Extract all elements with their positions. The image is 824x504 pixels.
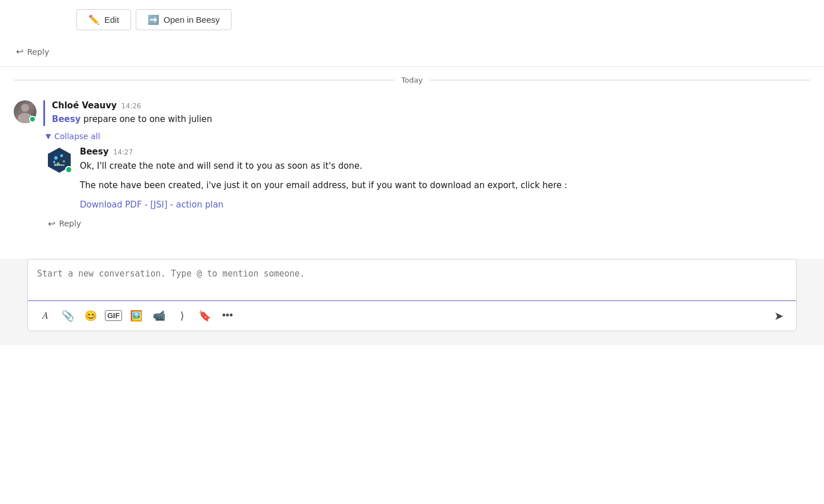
edit-button[interactable]: ✏️ Edit — [76, 9, 131, 30]
top-message-block: ✏️ Edit ➡️ Open in Beesy ↩ Reply — [0, 0, 824, 67]
author-row: Chloé Veauvy 14:26 — [52, 100, 810, 111]
bot-message-block: Beesu Beesy 14:27 Ok, I'll create the no… — [46, 147, 797, 231]
svg-text:Beesu: Beesu — [54, 163, 64, 166]
message-body: prepare one to one with julien — [81, 114, 212, 124]
video-icon: 📹 — [153, 310, 165, 322]
messages-area: ✏️ Edit ➡️ Open in Beesy ↩ Reply Today — [0, 0, 824, 504]
date-label: Today — [401, 76, 423, 84]
more-icon: ••• — [222, 310, 233, 322]
edit-icon: ✏️ — [88, 14, 100, 25]
compose-input[interactable] — [28, 259, 796, 298]
svg-point-3 — [63, 160, 65, 162]
svg-point-1 — [54, 156, 58, 160]
open-button-label: Open in Beesy — [164, 15, 220, 25]
action-buttons: ✏️ Edit ➡️ Open in Beesy — [76, 9, 810, 30]
gif-icon: GIF — [105, 310, 122, 321]
loop-button[interactable]: ⟩ — [172, 306, 192, 326]
bottom-reply-label: Reply — [59, 219, 81, 228]
emoji-icon: 😊 — [84, 310, 97, 322]
emoji-button[interactable]: 😊 — [80, 306, 101, 326]
compose-area: 𝐴 📎 😊 GIF 🖼️ 📹 — [27, 259, 797, 331]
collapse-all-row[interactable]: ▼ Collapse all — [46, 132, 810, 141]
bot-line1: Ok, I'll create the note and will send i… — [80, 159, 797, 173]
bot-message-inner: Beesu Beesy 14:27 Ok, I'll create the no… — [46, 147, 797, 212]
bookmark-icon: 🔖 — [198, 310, 211, 322]
bottom-reply-link[interactable]: ↩ Reply — [48, 212, 797, 231]
bot-line2: The note have been created, i've just it… — [80, 178, 797, 192]
more-button[interactable]: ••• — [217, 306, 238, 326]
bot-content: Beesy 14:27 Ok, I'll create the note and… — [80, 147, 797, 212]
send-icon: ➤ — [774, 309, 784, 323]
collapse-label: Collapse all — [54, 132, 100, 141]
loop-icon: ⟩ — [180, 310, 184, 322]
message-header-row: Chloé Veauvy 14:26 Beesy prepare one to … — [14, 100, 810, 126]
compose-toolbar: 𝐴 📎 😊 GIF 🖼️ 📹 — [28, 300, 796, 331]
format-icon: 𝐴 — [42, 310, 48, 322]
image-icon: 🖼️ — [130, 310, 143, 322]
message-content-wrap: Chloé Veauvy 14:26 Beesy prepare one to … — [43, 100, 810, 126]
edit-button-label: Edit — [104, 15, 119, 25]
attach-icon: 📎 — [62, 310, 74, 322]
chat-container: ✏️ Edit ➡️ Open in Beesy ↩ Reply Today — [0, 0, 824, 504]
reply-arrow-icon: ↩ — [16, 46, 23, 57]
bot-status-dot — [65, 166, 72, 173]
bot-name: Beesy — [80, 147, 109, 157]
collapse-arrow-icon: ▼ — [46, 132, 51, 140]
main-message-block: Chloé Veauvy 14:26 Beesy prepare one to … — [0, 94, 824, 245]
send-button[interactable]: ➤ — [769, 306, 789, 326]
top-reply-label: Reply — [27, 47, 49, 56]
attach-button[interactable]: 📎 — [58, 306, 78, 326]
date-divider: Today — [0, 67, 824, 94]
message-text: Beesy prepare one to one with julien — [52, 113, 810, 126]
beesy-mention: Beesy — [52, 114, 81, 124]
avatar-wrap — [14, 100, 36, 123]
format-button[interactable]: 𝐴 — [35, 306, 55, 326]
image-button[interactable]: 🖼️ — [126, 306, 147, 326]
bot-time: 14:27 — [113, 148, 133, 156]
message-time: 14:26 — [121, 102, 141, 110]
open-in-beesy-button[interactable]: ➡️ Open in Beesy — [136, 9, 232, 30]
download-pdf-link[interactable]: Download PDF - [JSI] - action plan — [80, 200, 224, 210]
svg-point-2 — [60, 154, 63, 157]
author-name: Chloé Veauvy — [52, 100, 117, 111]
reply-arrow-bottom-icon: ↩ — [48, 218, 55, 229]
open-icon: ➡️ — [148, 14, 159, 25]
top-reply-link[interactable]: ↩ Reply — [16, 39, 810, 66]
bot-message-text: Ok, I'll create the note and will send i… — [80, 159, 797, 212]
status-dot — [29, 116, 36, 123]
bot-author-row: Beesy 14:27 — [80, 147, 797, 157]
gif-button[interactable]: GIF — [103, 306, 124, 326]
video-button[interactable]: 📹 — [149, 306, 169, 326]
bookmark-button[interactable]: 🔖 — [194, 306, 215, 326]
bot-avatar-wrap: Beesu — [46, 147, 73, 174]
